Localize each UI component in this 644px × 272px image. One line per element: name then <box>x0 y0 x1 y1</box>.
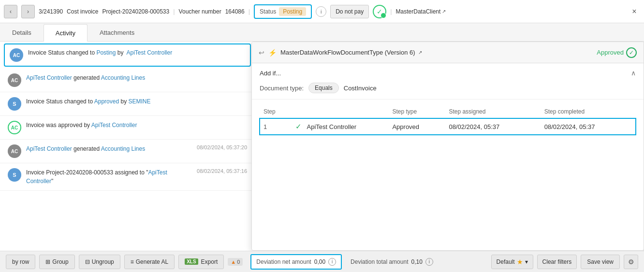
list-item: AC Invoice Status changed to Posting by … <box>4 43 251 67</box>
separator-1: | <box>173 8 175 15</box>
do-not-pay-button[interactable]: Do not pay <box>330 5 369 18</box>
status-value: Posting <box>279 7 306 16</box>
record-counter: 3/241390 <box>39 8 63 15</box>
close-button[interactable]: × <box>629 6 640 17</box>
list-item: S Invoice Status changed to Approved by … <box>0 92 255 116</box>
gear-icon: ⚙ <box>628 258 634 266</box>
chevron-down-icon: ▾ <box>525 258 528 265</box>
xls-badge: XLS <box>185 258 198 265</box>
collapse-button[interactable]: ∧ <box>631 69 636 77</box>
add-if-header: Add if... ∧ <box>260 69 636 77</box>
activity-text: Invoice Status changed to Approved by SE… <box>26 97 247 106</box>
tab-details[interactable]: Details <box>0 24 44 41</box>
generate-al-button[interactable]: ≡ Generate AL <box>124 255 175 269</box>
tab-activity[interactable]: Activity <box>44 24 88 42</box>
step-check-icon: ✓ <box>295 122 302 130</box>
info-icon[interactable]: i <box>316 6 326 17</box>
deviation-total-value: 0,10 <box>411 258 422 265</box>
activity-timestamp: 08/02/2024, 05:37:16 <box>197 168 247 174</box>
list-item: AC ApiTest Controller generated Accounti… <box>0 140 255 163</box>
voucher-label: Voucher number <box>179 8 221 15</box>
bottom-bar: by row ⊞ Group ⊟ Ungroup ≡ Generate AL X… <box>0 251 644 272</box>
top-bar: ‹ › 3/241390 Cost invoice Project-202402… <box>0 0 644 23</box>
deviation-net-value: 0,00 <box>314 258 325 265</box>
activity-text: Invoice Project-20240208-000533 assigned… <box>26 168 192 186</box>
list-item: S Invoice Project-20240208-000533 assign… <box>0 163 255 191</box>
record-type: Cost invoice <box>67 8 98 15</box>
main-wrapper: ‹ › 3/241390 Cost invoice Project-202402… <box>0 0 644 272</box>
avatar: AC <box>10 48 23 62</box>
star-icon: ★ <box>517 258 523 266</box>
col-step-completed: Step completed <box>541 105 636 118</box>
group-icon: ⊞ <box>45 258 50 265</box>
list-item: AC ApiTest Controller generated Accounti… <box>0 69 255 92</box>
generate-icon: ≡ <box>131 258 134 265</box>
workflow-icon: ⚡ <box>268 49 277 57</box>
deviation-net-label: Deviation net amount <box>256 258 311 265</box>
avatar: AC <box>8 121 21 134</box>
condition-value: CostInvoice <box>344 85 377 92</box>
avatar: AC <box>8 144 21 158</box>
deviation-total-box: Deviation total amount 0,10 i <box>346 254 438 270</box>
workflow-header: ↩ ⚡ MasterDataWorkFlowDocumentType (Vers… <box>252 42 644 63</box>
record-id: Project-20240208-000533 <box>102 8 169 15</box>
status-button[interactable]: Status Posting <box>254 4 312 19</box>
gear-button[interactable]: ⚙ <box>624 255 638 269</box>
ungroup-icon: ⊟ <box>85 258 90 265</box>
save-view-button[interactable]: Save view <box>581 255 620 269</box>
steps-table: Step Step type Step assigned Step comple… <box>260 105 636 135</box>
col-step: Step <box>260 105 292 118</box>
external-link-icon: ↗ <box>442 9 446 14</box>
steps-section: Step Step type Step assigned Step comple… <box>252 100 644 250</box>
deviation-total-info-icon[interactable]: i <box>425 258 433 266</box>
alert-badge: ▲ 0 <box>228 258 243 266</box>
approved-circle-icon: ✓ <box>626 47 637 58</box>
step-name: ApiTest Controller <box>307 123 357 130</box>
add-if-section: Add if... ∧ Document type: Equals CostIn… <box>252 63 644 100</box>
clear-filters-button[interactable]: Clear filters <box>537 255 577 269</box>
content-area: AC Invoice Status changed to Posting by … <box>0 42 644 251</box>
col-step-name <box>292 105 388 118</box>
back-icon: ↩ <box>259 49 264 57</box>
group-button[interactable]: ⊞ Group <box>39 255 74 269</box>
default-button[interactable]: Default ★ ▾ <box>491 255 533 269</box>
warning-icon: ▲ <box>231 259 236 265</box>
tabs-bar: Details Activity Attachments <box>0 23 644 42</box>
step-completed-date: 08/02/2024, 05:37 <box>544 123 595 130</box>
activity-panel: AC Invoice Status changed to Posting by … <box>0 42 255 251</box>
step-type: Approved <box>392 123 419 130</box>
export-button[interactable]: XLS Export <box>178 255 224 269</box>
workflow-title: MasterDataWorkFlowDocumentType (Version … <box>280 49 593 56</box>
nav-prev-button[interactable]: ‹ <box>4 5 17 18</box>
status-label: Status <box>260 8 276 15</box>
step-number: 1 <box>263 123 267 130</box>
tab-attachments[interactable]: Attachments <box>88 24 146 41</box>
approve-icon[interactable]: ✓ <box>373 5 386 18</box>
deviation-net-box: Deviation net amount 0,00 i <box>250 254 342 270</box>
activity-text: Invoice Status changed to Posting by Api… <box>28 48 245 57</box>
avatar: AC <box>8 73 21 87</box>
separator-3: | <box>390 8 392 15</box>
activity-text: ApiTest Controller generated Accounting … <box>26 73 247 82</box>
master-data-link[interactable]: MasterDataClient ↗ <box>396 8 446 15</box>
avatar: S <box>8 168 21 182</box>
ungroup-button[interactable]: ⊟ Ungroup <box>79 255 120 269</box>
condition-row: Document type: Equals CostInvoice <box>260 83 636 93</box>
avatar: S <box>8 97 21 111</box>
workflow-panel: ↩ ⚡ MasterDataWorkFlowDocumentType (Vers… <box>251 42 644 251</box>
separator-2: | <box>249 8 250 15</box>
step-assigned-date: 08/02/2024, 05:37 <box>449 123 499 130</box>
condition-label: Document type: <box>260 85 304 92</box>
nav-next-button[interactable]: › <box>21 5 35 18</box>
voucher-number: 164086 <box>225 8 245 15</box>
list-item: AC Invoice was approved by ApiTest Contr… <box>0 116 255 140</box>
col-step-assigned: Step assigned <box>445 105 540 118</box>
group-by-row-button[interactable]: by row <box>6 255 35 269</box>
add-if-label: Add if... <box>260 70 281 77</box>
approved-badge: Approved ✓ <box>597 47 637 58</box>
activity-timestamp: 08/02/2024, 05:37:20 <box>197 144 247 150</box>
deviation-total-label: Deviation total amount <box>351 258 408 265</box>
deviation-net-info-icon[interactable]: i <box>328 258 336 266</box>
activity-text: Invoice was approved by ApiTest Controll… <box>26 121 247 129</box>
workflow-external-link-icon[interactable]: ↗ <box>418 50 422 55</box>
